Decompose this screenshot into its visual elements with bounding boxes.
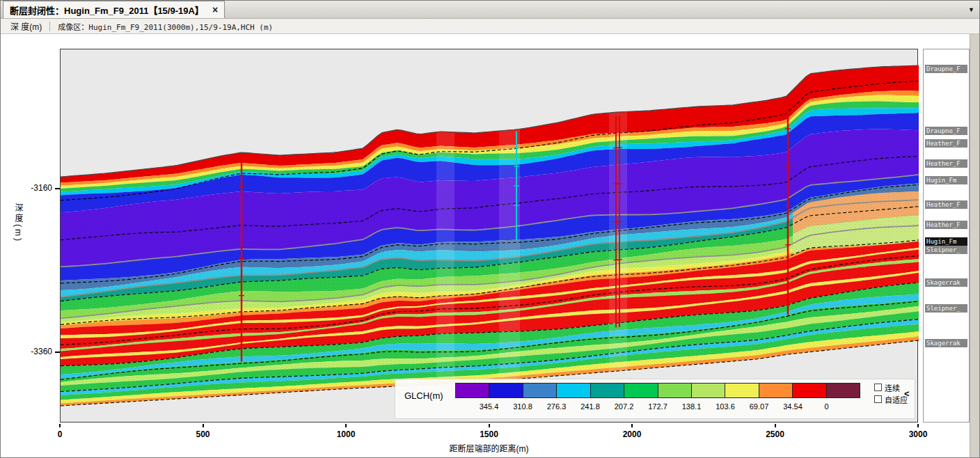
formation-badge[interactable]: Heather_F <box>925 200 967 209</box>
legend-color-cell <box>692 384 725 397</box>
legend-color-cell <box>624 384 658 397</box>
separator <box>49 22 50 31</box>
tab-bar: 断层封闭性：Hugin_Fm_F9_2011【15/9-19A】 × ▼ <box>1 1 979 19</box>
app-window: 断层封闭性：Hugin_Fm_F9_2011【15/9-19A】 × ▼ 深 度… <box>0 0 980 458</box>
legend-values: 345.4310.8276.3241.8207.2172.7138.1103.6… <box>455 402 860 413</box>
x-tick-mark <box>203 424 204 427</box>
legend-color-cell <box>658 384 692 397</box>
formation-badge[interactable]: Heather_F <box>925 221 967 229</box>
legend-value: 276.3 <box>547 402 567 411</box>
info-bar: 深 度(m) 成像区：Hugin_Fm_F9_2011(3000m),15/9-… <box>1 19 979 34</box>
legend-options: 连续自适应 <box>874 381 908 405</box>
legend: GLCH(m) 345.4310.8276.3241.8207.2172.713… <box>395 379 915 419</box>
x-axis-label: 距断层端部的距离(m) <box>60 442 918 454</box>
x-tick-label: 0 <box>58 429 63 439</box>
right-edge-strip <box>970 34 979 457</box>
legend-color-cell <box>725 384 759 397</box>
tab-title: 断层封闭性：Hugin_Fm_F9_2011【15/9-19A】 <box>10 3 204 17</box>
x-tick-label: 2500 <box>766 429 784 439</box>
y-tick-mark <box>55 188 60 189</box>
depth-mode-label: 深 度(m) <box>10 20 42 32</box>
formation-panel: Draupne_FDraupne_FHeather_FHeather_FHugi… <box>923 49 970 423</box>
x-tick-mark <box>631 424 633 427</box>
tab-overflow-arrow-icon[interactable]: ▼ <box>968 6 974 13</box>
x-tick-label: 1000 <box>337 429 356 439</box>
legend-color-cell <box>557 384 590 397</box>
legend-color-cell <box>827 384 860 397</box>
legend-value: 345.4 <box>480 402 499 411</box>
checkbox-label: 连续 <box>885 382 900 393</box>
collapse-arrow[interactable]: < <box>904 388 910 399</box>
formation-badge[interactable]: Skagerrak <box>925 278 967 287</box>
x-tick-label: 3000 <box>909 429 928 439</box>
cross-section-plot[interactable]: GLCH(m) 345.4310.8276.3241.8207.2172.713… <box>60 49 918 423</box>
formation-badge[interactable]: Draupne_F <box>925 127 967 135</box>
x-tick-mark <box>59 424 61 427</box>
legend-value: 103.6 <box>716 402 735 411</box>
legend-title: GLCH(m) <box>404 390 443 401</box>
legend-color-cell <box>759 384 793 397</box>
y-axis-ticks: -3160-3360 <box>22 49 58 423</box>
legend-color-cell <box>523 384 557 397</box>
legend-value: 138.1 <box>682 402 702 411</box>
legend-color-cell <box>793 384 826 397</box>
legend-value: 207.2 <box>615 402 634 411</box>
legend-value: 69.07 <box>750 402 769 411</box>
tab-fault-seal[interactable]: 断层封闭性：Hugin_Fm_F9_2011【15/9-19A】 × <box>3 1 225 18</box>
fault-section-image <box>61 49 919 423</box>
x-tick-label: 2000 <box>623 429 642 439</box>
legend-value: 310.8 <box>513 402 532 411</box>
legend-value: 241.8 <box>580 402 600 411</box>
y-tick-label: -3160 <box>31 183 52 193</box>
checkbox-adaptive[interactable]: 自适应 <box>874 393 908 405</box>
x-axis-ticks: 050010001500200025003000 <box>60 424 918 441</box>
legend-value: 0 <box>824 402 828 411</box>
checkbox-box[interactable] <box>874 384 882 391</box>
y-tick-mark <box>55 352 60 353</box>
x-tick-mark <box>345 424 347 427</box>
legend-value: 34.54 <box>783 402 803 411</box>
x-tick-label: 1500 <box>480 429 498 439</box>
formation-badge[interactable]: Heather_F <box>925 139 967 148</box>
x-tick-label: 500 <box>196 429 210 439</box>
tab-close-icon[interactable]: × <box>212 5 218 15</box>
imaging-zone-label: 成像区：Hugin_Fm_F9_2011(3000m),15/9-19A,HCH… <box>58 21 273 32</box>
legend-color-bar <box>455 383 860 398</box>
formation-badge[interactable]: Hugin_Fm <box>925 176 967 184</box>
legend-color-cell <box>489 384 523 397</box>
legend-color-cell <box>591 384 624 397</box>
y-tick-label: -3360 <box>31 347 52 356</box>
formation-badge[interactable]: Draupne_F <box>925 65 967 73</box>
formation-badge[interactable]: Sleipner_ <box>925 304 967 313</box>
checkbox-box[interactable] <box>874 395 882 403</box>
x-tick-mark <box>489 424 490 427</box>
formation-badge[interactable]: Hugin_Fm <box>925 237 967 246</box>
x-tick-mark <box>917 424 919 427</box>
legend-color-cell <box>456 384 489 397</box>
checkbox-continuous[interactable]: 连续 <box>874 381 908 393</box>
legend-value: 172.7 <box>648 402 667 411</box>
main-content: 深度(m) -3160-3360 GLCH(m) 345.4310.8276.3… <box>1 34 979 457</box>
formation-badge[interactable]: Skagerrak <box>925 339 967 347</box>
formation-badge[interactable]: Sleipner_ <box>925 246 967 254</box>
x-tick-mark <box>775 424 776 427</box>
formation-badge[interactable]: Heather_F <box>925 159 967 168</box>
